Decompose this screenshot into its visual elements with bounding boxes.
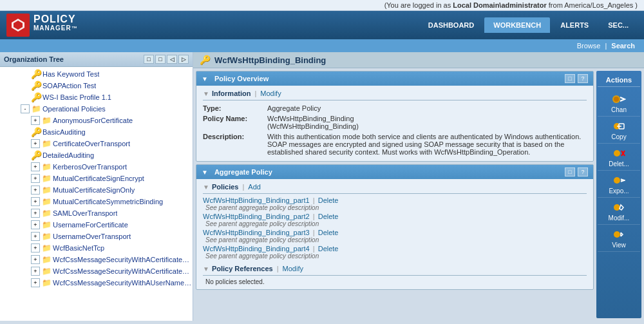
description-label: Description: xyxy=(203,133,267,140)
tab-workbench[interactable]: WORKBENCH xyxy=(484,17,550,33)
view-icon xyxy=(610,227,628,242)
page-title: WcfWsHttpBinding_Binding xyxy=(214,55,326,65)
collapse-sub-icon: ▼ xyxy=(203,184,209,191)
section-icon-copy[interactable]: □ xyxy=(565,167,575,176)
expander-icon[interactable]: + xyxy=(31,139,40,148)
list-item[interactable]: - 📁 Operational Policies xyxy=(0,103,193,115)
tree-item-label: Has Keyword Test xyxy=(43,70,99,78)
svg-point-9 xyxy=(614,177,620,184)
policy-part2-link[interactable]: WcfWsHttpBinding_Binding_part2 xyxy=(203,213,310,220)
login-location: America/Los_Angeles xyxy=(564,1,633,9)
collapse-sub-icon: ▼ xyxy=(203,90,209,97)
expander-icon[interactable]: + xyxy=(31,174,40,183)
policy-icon: 🔑 xyxy=(31,127,41,137)
browse-link[interactable]: Browse xyxy=(577,42,601,50)
section-icon-help[interactable]: ? xyxy=(578,167,588,176)
tree-expand-btn[interactable]: □ xyxy=(155,55,166,64)
list-item[interactable]: 🔑 WS-I Basic Profile 1.1 xyxy=(0,91,193,103)
tab-security[interactable]: SEC... xyxy=(599,17,638,33)
tree-nav-back-btn[interactable]: ◁ xyxy=(167,55,177,64)
list-item[interactable]: 🔑 SOAPAction Test xyxy=(0,80,193,91)
expander-icon[interactable]: + xyxy=(31,243,40,253)
nav-tabs: DASHBOARD WORKBENCH ALERTS SEC... xyxy=(419,17,638,33)
policy-part4-delete[interactable]: Delete xyxy=(318,245,339,253)
expander-icon[interactable]: + xyxy=(31,220,40,229)
add-policy-link[interactable]: Add xyxy=(248,183,261,191)
expander-icon[interactable]: - xyxy=(21,104,30,113)
expander-icon[interactable]: + xyxy=(31,232,40,241)
policy-part2-delete[interactable]: Delete xyxy=(318,213,339,220)
references-modify-link[interactable]: Modify xyxy=(283,265,303,272)
tab-alerts[interactable]: ALERTS xyxy=(551,17,598,33)
tree-item-label: WcfCssMessageSecurityWithACertificateCli… xyxy=(53,267,193,275)
policy-part2-desc: See parent aggregate policy description xyxy=(203,220,587,227)
policy-overview-header[interactable]: ▼ Policy Overview □ ? xyxy=(196,71,593,86)
list-item[interactable]: 🔑 DetailedAuditing xyxy=(0,149,193,161)
action-export-label: Expo... xyxy=(609,187,629,195)
action-view-label: View xyxy=(612,242,626,249)
modify-link[interactable]: Modify xyxy=(260,90,281,97)
tree-collapse-btn[interactable]: □ xyxy=(144,55,154,64)
copy-icon xyxy=(610,119,628,133)
list-item[interactable]: + 📁 CertificateOverTransport xyxy=(0,138,193,149)
list-item[interactable]: + 📁 MutualCertificateSignEncrypt xyxy=(0,173,193,184)
type-value: Aggregate Policy xyxy=(267,104,587,112)
list-item[interactable]: + 📁 MutualCertificateSymmetricBinding xyxy=(0,196,193,207)
right-panel: 🔑 WcfWsHttpBinding_Binding ▼ Policy Over… xyxy=(193,52,644,321)
action-copy[interactable]: Copy xyxy=(598,117,640,144)
folder-icon: 📁 xyxy=(41,243,52,253)
policy-part1-delete[interactable]: Delete xyxy=(318,196,339,204)
list-item[interactable]: + 📁 KerberosOverTransport xyxy=(0,161,193,173)
list-item[interactable]: + 📁 WcfCssMessageSecurityWithACertificat… xyxy=(0,254,193,265)
section-header-icons: □ ? xyxy=(565,167,588,176)
expander-icon[interactable]: + xyxy=(31,162,40,171)
tree-item-label: UsernameOverTransport xyxy=(53,233,131,240)
expander-icon[interactable]: + xyxy=(31,209,40,218)
action-export[interactable]: Expo... xyxy=(598,171,640,198)
action-view[interactable]: View xyxy=(598,225,640,252)
tree-item-label: UsernameForCertificate xyxy=(53,221,128,229)
expander-icon[interactable]: + xyxy=(31,197,40,206)
svg-point-6 xyxy=(614,150,620,157)
list-item[interactable]: 🔑 BasicAuditing xyxy=(0,126,193,138)
section-icon-help[interactable]: ? xyxy=(578,74,588,83)
org-tree-content: 🔑 Has Keyword Test 🔑 SOAPAction Test 🔑 W… xyxy=(0,67,193,321)
tree-item-label: DetailedAuditing xyxy=(43,151,94,159)
action-delete[interactable]: Delet... xyxy=(598,144,640,171)
login-user: Local Domain\administrator xyxy=(453,1,546,9)
folder-icon: 📁 xyxy=(41,173,52,184)
action-chan[interactable]: Chan xyxy=(598,90,640,117)
policy-name-value: WcfWsHttpBinding_Binding (WcfWsHttpBindi… xyxy=(267,115,587,130)
list-item[interactable]: + 📁 UsernameForCertificate xyxy=(0,219,193,231)
expander-icon[interactable]: + xyxy=(31,186,40,195)
expander-icon[interactable]: + xyxy=(31,278,40,287)
folder-icon: 📁 xyxy=(41,185,52,195)
policy-overview-subheader: ▼ Information | Modify xyxy=(203,90,587,100)
search-link[interactable]: Search xyxy=(611,42,635,50)
policy-entry: WcfWsHttpBinding_Binding_part4 | Delete … xyxy=(203,245,587,260)
action-modify[interactable]: Modif... xyxy=(598,198,640,225)
list-item[interactable]: + 📁 AnonymousForCertificate xyxy=(0,115,193,126)
list-item[interactable]: 🔑 Has Keyword Test xyxy=(0,68,193,80)
policy-part3-link[interactable]: WcfWsHttpBinding_Binding_part3 xyxy=(203,229,310,236)
tree-nav-fwd-btn[interactable]: ▷ xyxy=(178,55,189,64)
policy-part4-link[interactable]: WcfWsHttpBinding_Binding_part4 xyxy=(203,245,310,253)
section-icon-copy[interactable]: □ xyxy=(565,74,575,83)
list-item[interactable]: + 📁 WcfBasicNetTcp xyxy=(0,242,193,254)
aggregate-policy-header[interactable]: ▼ Aggregate Policy □ ? xyxy=(196,165,593,179)
aggregate-policy-content: ▼ Policies | Add WcfWsHttpBinding_Bindin… xyxy=(196,179,593,289)
expander-icon[interactable]: + xyxy=(31,255,40,264)
list-item[interactable]: + 📁 WcfCssMessageSecurityWithACertificat… xyxy=(0,265,193,277)
list-item[interactable]: + 📁 MutualCertificateSignOnly xyxy=(0,184,193,196)
tree-item-label: WcfCssMessageSecurityWithAUserNameCli... xyxy=(53,279,193,287)
list-item[interactable]: + 📁 SAMLOverTransport xyxy=(0,207,193,219)
list-item[interactable]: + 📁 WcfCssMessageSecurityWithAUserNameCl… xyxy=(0,277,193,289)
expander-icon[interactable]: + xyxy=(31,116,40,125)
app-header: POLICY MANAGER™ DASHBOARD WORKBENCH ALER… xyxy=(0,11,644,39)
page-title-bar: 🔑 WcfWsHttpBinding_Binding xyxy=(193,52,644,68)
expander-icon[interactable]: + xyxy=(31,267,40,276)
tab-dashboard[interactable]: DASHBOARD xyxy=(419,17,484,33)
policy-part3-delete[interactable]: Delete xyxy=(318,229,339,236)
policy-part1-link[interactable]: WcfWsHttpBinding_Binding_part1 xyxy=(203,196,310,204)
list-item[interactable]: + 📁 UsernameOverTransport xyxy=(0,231,193,242)
